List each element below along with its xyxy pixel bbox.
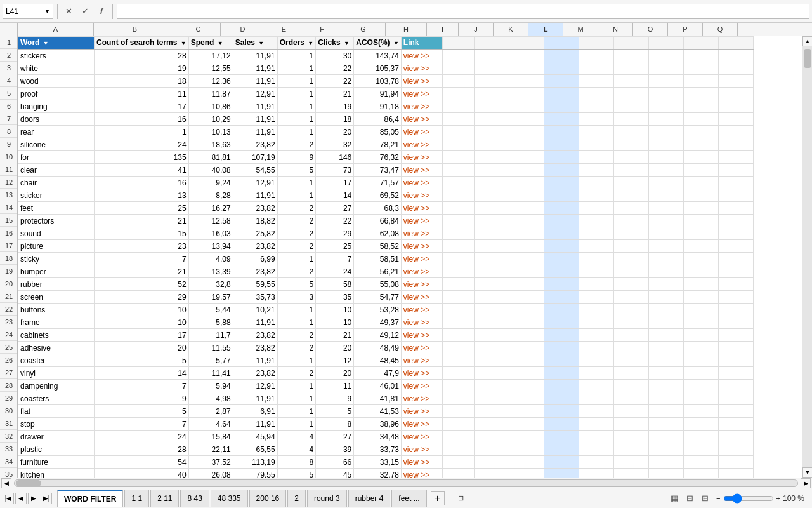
table-cell[interactable] [579,342,613,354]
table-cell[interactable]: 19,57 [188,291,233,304]
table-cell[interactable]: 1 [277,75,316,88]
table-cell[interactable]: 32 [316,138,354,151]
table-cell[interactable] [474,329,509,342]
table-cell[interactable]: 49,37 [354,316,402,329]
table-cell[interactable]: 55,08 [354,278,402,291]
table-cell[interactable] [648,126,683,138]
table-cell[interactable] [442,100,474,113]
col-header-B[interactable]: B [94,23,176,36]
table-cell[interactable]: 9 [316,392,354,405]
table-cell[interactable]: 11,91 [233,113,277,126]
table-cell[interactable] [544,291,579,304]
row-num-5[interactable]: 5 [0,87,18,100]
table-cell[interactable]: view >> [401,304,442,316]
table-cell[interactable]: view >> [401,240,442,253]
col-header-E[interactable]: E [265,23,303,36]
table-cell[interactable] [579,138,613,151]
table-cell[interactable] [544,278,579,291]
table-cell[interactable] [544,354,579,367]
table-cell[interactable]: 21 [95,265,189,278]
table-cell[interactable] [509,291,544,304]
table-cell[interactable]: 23,82 [233,367,277,380]
table-cell[interactable] [579,177,613,189]
table-cell[interactable]: 16 [95,113,189,126]
table-cell[interactable]: 113,19 [233,456,277,469]
table-cell[interactable] [718,265,753,278]
table-cell[interactable] [648,342,683,354]
table-cell[interactable]: 7 [95,418,189,431]
scroll-down-button[interactable]: ▼ [802,467,812,478]
col-header-O[interactable]: O [633,23,668,36]
table-cell[interactable]: 37,52 [188,456,233,469]
row-num-12[interactable]: 12 [0,176,18,189]
table-cell[interactable]: 8,28 [188,189,233,202]
table-cell[interactable] [442,62,474,75]
sheet-tab-word-filter[interactable]: WORD FILTER [57,490,123,507]
table-cell[interactable]: 27 [316,202,354,215]
h-scroll-track[interactable] [14,479,798,487]
table-cell[interactable] [718,113,753,126]
table-cell[interactable]: view >> [401,265,442,278]
table-cell[interactable] [613,291,648,304]
table-cell[interactable] [613,342,648,354]
table-cell[interactable] [683,189,718,202]
table-cell[interactable] [442,354,474,367]
header-link[interactable]: Link [401,37,442,50]
table-cell[interactable] [442,469,474,478]
table-cell[interactable] [648,215,683,227]
table-cell[interactable]: 23,82 [233,138,277,151]
table-cell[interactable]: silicone [18,138,95,151]
table-cell[interactable] [648,202,683,215]
table-cell[interactable]: 11,55 [188,342,233,354]
table-cell[interactable] [544,367,579,380]
table-cell[interactable]: rubber [18,278,95,291]
sheet-tab-48-335[interactable]: 48 335 [211,490,248,507]
table-cell[interactable] [683,177,718,189]
table-cell[interactable]: view >> [401,431,442,443]
table-cell[interactable]: 29 [316,227,354,240]
table-cell[interactable] [509,62,544,75]
table-cell[interactable] [648,443,683,456]
table-cell[interactable] [474,367,509,380]
table-cell[interactable]: rear [18,126,95,138]
table-cell[interactable] [509,88,544,100]
table-cell[interactable] [648,113,683,126]
table-cell[interactable] [544,392,579,405]
filter-icon-spend[interactable]: ▼ [218,40,223,46]
add-sheet-button[interactable]: + [431,491,445,505]
table-cell[interactable] [544,265,579,278]
table-cell[interactable] [683,113,718,126]
table-cell[interactable]: 38,96 [354,418,402,431]
table-cell[interactable] [474,431,509,443]
table-cell[interactable] [442,380,474,392]
table-cell[interactable]: view >> [401,177,442,189]
table-cell[interactable] [474,189,509,202]
table-cell[interactable] [442,367,474,380]
table-cell[interactable] [509,227,544,240]
table-cell[interactable] [474,418,509,431]
table-cell[interactable] [544,456,579,469]
table-cell[interactable] [544,380,579,392]
table-cell[interactable]: 65,55 [233,443,277,456]
table-cell[interactable] [683,291,718,304]
table-cell[interactable] [474,405,509,418]
table-cell[interactable] [579,392,613,405]
table-cell[interactable]: view >> [401,50,442,62]
table-cell[interactable] [509,189,544,202]
table-cell[interactable]: view >> [401,392,442,405]
horizontal-scrollbar[interactable]: ◀ ▶ [0,478,812,488]
table-cell[interactable]: 103,78 [354,75,402,88]
table-cell[interactable]: 54,77 [354,291,402,304]
table-cell[interactable]: 39 [316,443,354,456]
table-cell[interactable] [544,227,579,240]
scroll-track[interactable] [802,46,812,467]
table-cell[interactable]: 7 [95,380,189,392]
table-cell[interactable] [544,138,579,151]
header-acos[interactable]: ACOS(%) ▼ [354,37,402,50]
table-cell[interactable]: 1 [277,304,316,316]
table-cell[interactable] [683,456,718,469]
table-cell[interactable]: 1 [277,189,316,202]
table-cell[interactable] [683,227,718,240]
table-cell[interactable]: view >> [401,100,442,113]
filter-icon-sales[interactable]: ▼ [258,40,264,46]
